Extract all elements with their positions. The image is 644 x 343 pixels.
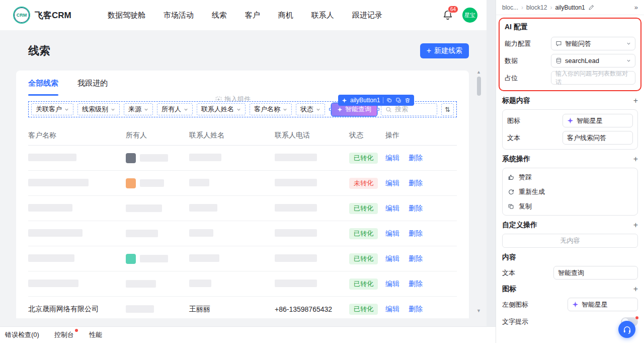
table-row[interactable]: 已转化 编辑删除	[28, 221, 457, 246]
table-row[interactable]: 已转化 编辑删除	[28, 196, 457, 221]
op-copy[interactable]: 复制	[508, 199, 632, 214]
delete-link[interactable]: 删除	[409, 305, 423, 314]
filter-lead-level[interactable]: 线索级别	[77, 103, 120, 115]
delete-link[interactable]: 删除	[409, 254, 423, 263]
crm-logo: CRM	[13, 7, 30, 24]
filter-customer-name[interactable]: 客户名称	[250, 103, 292, 115]
placeholder-input[interactable]: 输入你的问题与列表数据对话	[551, 71, 635, 85]
edit-link[interactable]: 编辑	[385, 254, 399, 263]
notification-count-badge: 64	[448, 6, 458, 13]
breadcrumb-item-block[interactable]: bloc...	[502, 4, 518, 11]
add-custom-op-button[interactable]: +	[633, 221, 638, 229]
edit-link[interactable]: 编辑	[385, 179, 399, 188]
title-icon-select[interactable]: 智能星星	[562, 114, 633, 127]
nav-item-campaign[interactable]: 市场活动	[164, 11, 194, 20]
content-text-input[interactable]: 智能查询	[553, 266, 638, 280]
delete-link[interactable]: 删除	[409, 280, 423, 289]
performance-item[interactable]: 性能	[89, 330, 102, 339]
table-row[interactable]: 北京晟雨网络有限公司 王丽丽 +86-13598765432 已转化 编辑删除	[28, 297, 457, 318]
left-icon-select[interactable]: 智能星星	[568, 298, 638, 311]
delete-link[interactable]: 删除	[409, 179, 423, 188]
redacted-cell	[140, 179, 164, 187]
title-text-input[interactable]: 客户线索问答	[562, 131, 633, 145]
redacted-cell	[275, 280, 317, 287]
chevron-down-icon	[64, 107, 69, 112]
chevron-down-icon	[111, 107, 115, 112]
nav-item-opportunities[interactable]: 商机	[278, 11, 293, 20]
scrollbar-down-arrow[interactable]: ▼	[476, 308, 481, 313]
chevron-down-icon	[144, 107, 148, 112]
help-button[interactable]	[618, 321, 635, 338]
edit-pencil-icon[interactable]	[588, 4, 595, 11]
new-lead-button[interactable]: + 新建线索	[420, 43, 469, 58]
redacted-cell	[28, 280, 78, 287]
notification-bell-icon[interactable]: 64	[442, 10, 453, 21]
capability-select[interactable]: 智能问答	[551, 37, 635, 50]
console-label: 控制台	[54, 331, 74, 338]
delete-icon[interactable]	[405, 97, 411, 103]
column-actions: 操作	[385, 131, 457, 140]
database-icon	[555, 57, 562, 64]
edit-link[interactable]: 编辑	[385, 229, 399, 238]
smart-query-label: 智能查询	[345, 105, 371, 114]
sort-icon[interactable]: ⇅	[441, 103, 454, 116]
delete-link[interactable]: 删除	[409, 154, 423, 163]
filter-owner[interactable]: 所有人	[157, 103, 193, 115]
console-item[interactable]: 控制台	[54, 330, 74, 339]
nav-item-customers[interactable]: 客户	[245, 11, 260, 20]
tab-all-leads[interactable]: 全部线索	[28, 79, 58, 96]
op-regenerate[interactable]: 重新生成	[508, 184, 632, 199]
title-text-value: 客户线索问答	[567, 133, 606, 143]
add-content-icon-button[interactable]: +	[633, 285, 638, 293]
filter-source[interactable]: 来源	[124, 103, 153, 115]
add-title-content-button[interactable]: +	[633, 97, 638, 105]
title-content-header: 标题内容 +	[502, 96, 638, 105]
edit-link[interactable]: 编辑	[385, 305, 399, 314]
selection-handle[interactable]	[377, 108, 379, 111]
copy-icon[interactable]	[386, 97, 392, 103]
delete-link[interactable]: 删除	[409, 204, 423, 213]
breadcrumb-item-block12[interactable]: block12	[526, 4, 547, 11]
nav-item-contacts[interactable]: 联系人	[311, 11, 334, 20]
nav-item-leads[interactable]: 线索	[212, 11, 227, 20]
scrollbar-up-arrow[interactable]: ▲	[476, 70, 481, 75]
edit-link[interactable]: 编辑	[385, 280, 399, 289]
redacted-cell	[189, 254, 219, 262]
add-system-op-button[interactable]: +	[633, 155, 638, 163]
nav-item-followups[interactable]: 跟进记录	[352, 11, 382, 20]
redacted-cell	[140, 255, 168, 262]
user-avatar[interactable]: 星宝	[462, 8, 477, 23]
filter-related-customer[interactable]: 关联客户	[31, 103, 73, 115]
owner-avatar	[126, 178, 136, 188]
edit-link[interactable]: 编辑	[385, 204, 399, 213]
capability-label: 能力配置	[505, 39, 531, 48]
table-row[interactable]: 未转化 编辑删除	[28, 171, 457, 196]
filter-contact-name[interactable]: 联系人姓名	[197, 103, 246, 115]
redacted-cell	[189, 179, 209, 186]
chevron-down-icon	[184, 107, 188, 112]
delete-link[interactable]: 删除	[409, 229, 423, 238]
filter-status[interactable]: 状态	[296, 103, 325, 115]
duplicate-icon[interactable]	[395, 97, 401, 103]
data-select[interactable]: searchLead	[551, 54, 635, 67]
edit-link[interactable]: 编辑	[385, 154, 399, 163]
op-label: 重新生成	[519, 187, 545, 196]
table-row[interactable]: 已转化 编辑删除	[28, 146, 457, 171]
lead-tabs: 全部线索 我跟进的	[28, 79, 457, 96]
collapse-panel-icon[interactable]: »	[634, 4, 638, 11]
custom-ops-header: 自定义操作 +	[502, 221, 638, 230]
table-row[interactable]: 已转化 编辑删除	[28, 246, 457, 271]
error-check-item[interactable]: 错误检查(0)	[5, 330, 39, 339]
ai-config-highlight: AI 配置 能力配置 智能问答 数据 searchLead	[499, 18, 641, 91]
tab-my-followed[interactable]: 我跟进的	[77, 79, 108, 96]
table-row[interactable]: 已转化 编辑删除	[28, 271, 457, 297]
nav-item-dashboard[interactable]: 数据驾驶舱	[108, 11, 145, 20]
custom-ops-empty: 无内容	[502, 234, 638, 248]
main-nav: 数据驾驶舱 市场活动 线索 客户 商机 联系人 跟进记录	[108, 11, 382, 20]
op-like-dislike[interactable]: 赞踩	[508, 170, 632, 184]
breadcrumb-item-ailybutton1[interactable]: ailyButton1	[555, 4, 585, 11]
search-icon	[385, 106, 392, 113]
scrollbar-thumb[interactable]	[477, 77, 481, 96]
status-badge: 已转化	[349, 253, 378, 264]
selection-handle[interactable]	[329, 108, 332, 111]
